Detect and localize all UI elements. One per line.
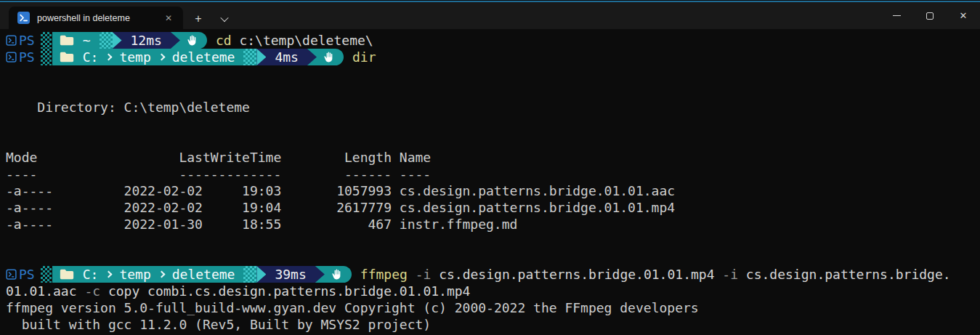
table-row: -a---- 2022-02-0219:03 1057993 cs.design… (6, 182, 980, 199)
divider-name: ---- (392, 166, 431, 182)
segment-dissolve-edge (41, 49, 52, 65)
segment-dissolve-mid (243, 49, 256, 65)
blank-line (6, 249, 980, 266)
folder-icon (60, 51, 74, 63)
segment-dissolve-edge (41, 266, 52, 283)
powerline-arrow-icon (307, 49, 317, 65)
cell-mode: -a---- (6, 199, 124, 216)
hand-icon (331, 269, 342, 280)
tab-powershell[interactable]: powershell in deleteme ✕ (9, 7, 183, 29)
hand-icon (323, 52, 334, 62)
new-tab-button[interactable]: + (187, 9, 209, 29)
shell-badge: PS (6, 49, 35, 65)
cell-name: instr.ffmpeg.md (392, 216, 517, 233)
powerline-arrow-icon (315, 266, 325, 283)
divider-lastwritetime: ------------- (124, 166, 282, 182)
chevron-down-icon (220, 13, 228, 21)
command-name: dir (352, 49, 376, 65)
command-arg-file: cs.design.patterns.bridge.01.01.mp4 (439, 267, 714, 282)
blank-line (6, 82, 980, 99)
command-arg-file: 01.01.aac (6, 283, 77, 299)
folder-icon (60, 268, 74, 280)
maximize-button[interactable] (913, 2, 947, 29)
dir-table-divider: ---- ------------- ------ ---- (6, 166, 980, 182)
powerline-arrow-icon (113, 32, 122, 49)
blank-line (6, 116, 980, 132)
cwd-drive: C: (83, 49, 99, 65)
dir-table-header: Mode LastWriteTime Length Name (6, 149, 980, 166)
segment-dissolve-mid (243, 266, 256, 283)
command-flag: -c (77, 283, 108, 299)
cwd-dir: temp (119, 266, 150, 283)
duration-label: 12ms (131, 32, 162, 49)
directory-path: C:\temp\deleteme (124, 99, 250, 116)
powerline-arrow-icon (256, 49, 266, 65)
col-header-length: Length (281, 149, 392, 166)
status-segment (317, 49, 344, 65)
minimize-icon (893, 15, 901, 16)
divider-length: ------ (281, 166, 392, 182)
titlebar[interactable]: powershell in deleteme ✕ + ✕ (0, 2, 980, 29)
powershell-prompt-icon (6, 52, 17, 62)
powerline-arrow-icon (256, 266, 266, 283)
cwd-segment: C: temp deleteme (52, 49, 244, 65)
cwd-dir: deleteme (172, 266, 235, 283)
cell-date: 2022-02-02 (124, 182, 203, 199)
cell-time: 18:55 (203, 216, 281, 233)
cell-date: 2022-01-30 (124, 216, 203, 233)
powershell-prompt-icon (6, 269, 17, 280)
shell-badge: PS (6, 266, 35, 283)
close-button[interactable]: ✕ (947, 2, 980, 29)
directory-path-line: Directory: C:\temp\deleteme (6, 99, 980, 116)
path-chevron-icon (158, 54, 165, 61)
duration-label: 39ms (275, 266, 306, 283)
path-chevron-icon (105, 271, 113, 278)
col-header-name: Name (392, 149, 431, 166)
col-header-mode: Mode (6, 149, 124, 166)
table-row: -a---- 2022-01-3018:55 467 instr.ffmpeg.… (6, 216, 980, 233)
cell-length: 467 (281, 216, 392, 233)
tab-close-icon[interactable]: ✕ (161, 12, 176, 25)
cwd-dir: temp (119, 49, 150, 65)
command-name: cd (216, 33, 232, 48)
segment-dissolve-mid (100, 32, 113, 49)
duration-segment: 39ms (266, 266, 315, 283)
minimize-button[interactable] (880, 2, 913, 29)
powershell-prompt-icon (6, 35, 17, 46)
cwd-dir: deleteme (172, 49, 235, 65)
cell-time: 19:03 (203, 182, 281, 199)
terminal-window: powershell in deleteme ✕ + ✕ PS ~ (0, 0, 980, 335)
prompt-line-3: PS C: temp deleteme 39ms ffmpeg -i cs.de… (6, 266, 980, 283)
blank-line (6, 233, 980, 249)
prompt-line-2: PS C: temp deleteme 4ms dir (6, 49, 980, 65)
powerline-arrow-icon (171, 32, 180, 49)
path-chevron-icon (105, 54, 113, 61)
output-line-ffmpeg-build: built with gcc 11.2.0 (Rev5, Built by MS… (6, 316, 980, 333)
duration-segment: 4ms (266, 49, 307, 65)
cell-time: 19:04 (203, 199, 281, 216)
shell-label: PS (19, 49, 35, 65)
blank-line (6, 132, 980, 149)
terminal-content[interactable]: PS ~ 12ms cd c:\temp\deleteme\ PS (0, 29, 980, 335)
status-segment (180, 32, 207, 49)
command-name: ffmpeg (360, 267, 408, 282)
command-line: ffmpeg -i cs.design.patterns.bridge.01.0… (360, 266, 951, 283)
cell-name: cs.design.patterns.bridge.01.01.mp4 (392, 199, 675, 216)
prompt-line-1: PS ~ 12ms cd c:\temp\deleteme\ (6, 32, 980, 49)
tab-dropdown-button[interactable] (214, 9, 235, 29)
shell-badge: PS (6, 32, 35, 49)
status-segment (325, 266, 352, 283)
shell-label: PS (19, 32, 35, 49)
cell-length: 2617779 (281, 199, 392, 216)
folder-icon (60, 34, 74, 47)
command-args: c:\temp\deleteme\ (232, 33, 373, 48)
maximize-icon (926, 12, 934, 20)
tab-title: powershell in deleteme (37, 13, 161, 23)
segment-dissolve-edge (41, 32, 52, 49)
command-arg-rest: copy combi.cs.design.patterns.bridge.01.… (108, 283, 471, 299)
cwd-drive: C: (83, 266, 99, 283)
cell-mode: -a---- (6, 216, 124, 233)
duration-segment: 12ms (122, 32, 171, 49)
shell-label: PS (19, 266, 35, 283)
divider-mode: ---- (6, 166, 124, 182)
